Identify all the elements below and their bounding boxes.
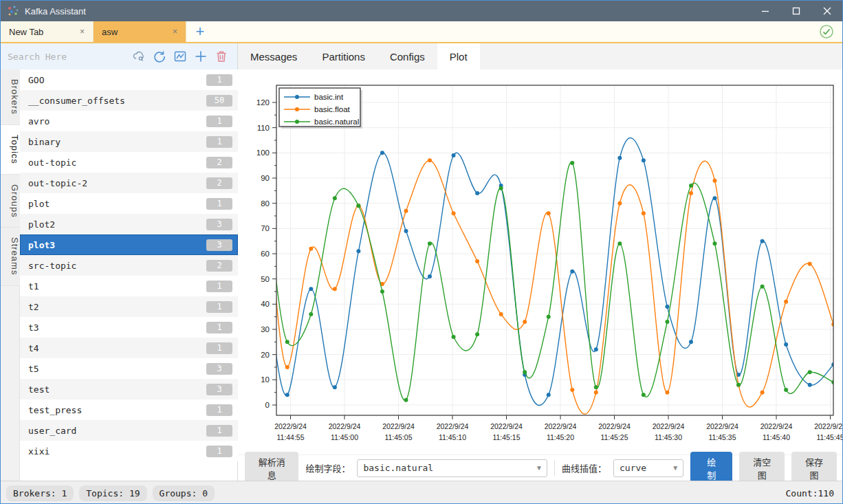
svg-text:2022/9/24: 2022/9/24 bbox=[437, 422, 469, 430]
toolbar-separator bbox=[554, 460, 555, 476]
sidebar-tab-brokers[interactable]: Brokers bbox=[1, 69, 20, 125]
chart-svg: 01020304050607080901001101202022/9/2411:… bbox=[238, 69, 843, 454]
svg-text:80: 80 bbox=[261, 199, 270, 208]
search-input[interactable] bbox=[8, 52, 124, 62]
topic-row-plot[interactable]: plot1 bbox=[20, 193, 238, 214]
svg-text:0: 0 bbox=[265, 401, 270, 409]
app-logo-icon bbox=[7, 5, 19, 17]
svg-text:2022/9/24: 2022/9/24 bbox=[706, 422, 738, 430]
minimize-button[interactable] bbox=[749, 1, 780, 21]
partition-count-badge: 2 bbox=[206, 177, 232, 189]
delete-icon[interactable] bbox=[215, 50, 228, 63]
partition-count-badge: 1 bbox=[206, 404, 232, 416]
topic-row-src-topic[interactable]: src-topic2 bbox=[20, 255, 238, 276]
topic-row-__consumer_offsets[interactable]: __consumer_offsets50 bbox=[20, 90, 238, 111]
topic-name: avro bbox=[28, 116, 50, 127]
plot-field-select[interactable]: basic.natural ▼ bbox=[357, 459, 547, 477]
tab-close-icon[interactable]: × bbox=[78, 27, 86, 36]
main-tabs: MessagesPartitionsConfigsPlot bbox=[238, 43, 843, 69]
main-tab-partitions[interactable]: Partitions bbox=[309, 43, 377, 69]
chart-legend: basic.intbasic.floatbasic.natural bbox=[279, 88, 362, 129]
svg-text:11:45:10: 11:45:10 bbox=[439, 433, 466, 441]
svg-text:11:45:30: 11:45:30 bbox=[655, 433, 682, 441]
partition-count-badge: 3 bbox=[206, 363, 232, 375]
topic-name: plot2 bbox=[28, 219, 55, 230]
partition-count-badge: 2 bbox=[206, 157, 232, 168]
tab-close-icon[interactable]: × bbox=[171, 27, 179, 36]
tab-asw[interactable]: asw × bbox=[94, 21, 186, 42]
save-plot-button[interactable]: 保存图 bbox=[791, 452, 837, 485]
topic-row-t4[interactable]: t41 bbox=[20, 338, 238, 358]
topic-name: src-topic bbox=[28, 261, 76, 271]
topic-row-test_press[interactable]: test_press1 bbox=[20, 399, 238, 420]
topic-row-plot2[interactable]: plot23 bbox=[20, 214, 238, 234]
sidebar-tab-topics[interactable]: Topics bbox=[1, 125, 20, 175]
message-count: Count:110 bbox=[786, 488, 834, 498]
partition-count-badge: 1 bbox=[206, 322, 232, 333]
topic-row-t3[interactable]: t31 bbox=[20, 317, 238, 338]
add-icon[interactable] bbox=[194, 50, 208, 63]
plot-field-value: basic.natural bbox=[363, 463, 433, 473]
parse-messages-button[interactable]: 解析消息 bbox=[245, 452, 298, 485]
partition-count-badge: 1 bbox=[206, 136, 232, 148]
topic-row-plot3[interactable]: plot33 bbox=[20, 234, 238, 255]
topic-row-GOO[interactable]: GOO1 bbox=[20, 69, 238, 90]
topic-name: plot3 bbox=[28, 240, 55, 250]
search-messages-icon[interactable] bbox=[132, 50, 146, 63]
topic-name: out-topic-2 bbox=[28, 178, 87, 188]
plot-chart: 01020304050607080901001101202022/9/2411:… bbox=[238, 69, 843, 454]
interpolation-select[interactable]: curve ▼ bbox=[613, 459, 683, 477]
topic-name: binary bbox=[28, 137, 61, 147]
new-tab-button[interactable]: + bbox=[186, 21, 214, 42]
topic-row-out-topic-2[interactable]: out-topic-22 bbox=[20, 173, 238, 193]
svg-text:2022/9/24: 2022/9/24 bbox=[329, 422, 361, 430]
svg-text:2022/9/24: 2022/9/24 bbox=[545, 422, 577, 430]
tab-label: New Tab bbox=[9, 27, 43, 37]
svg-text:2022/9/24: 2022/9/24 bbox=[814, 422, 843, 430]
svg-text:11:45:00: 11:45:00 bbox=[331, 433, 358, 441]
status-chip: Topics: 19 bbox=[79, 485, 146, 501]
close-button[interactable] bbox=[811, 1, 842, 21]
plot-image-icon[interactable] bbox=[173, 50, 187, 63]
topic-row-t5[interactable]: t53 bbox=[20, 358, 238, 379]
svg-text:2022/9/24: 2022/9/24 bbox=[760, 422, 793, 430]
topic-list: GOO1__consumer_offsets50avro1binary1out-… bbox=[20, 69, 238, 481]
svg-text:11:45:25: 11:45:25 bbox=[600, 433, 628, 441]
topic-row-test[interactable]: test3 bbox=[20, 379, 238, 399]
topic-name: t3 bbox=[28, 322, 39, 333]
topic-name: t5 bbox=[28, 364, 39, 374]
main-tab-configs[interactable]: Configs bbox=[377, 43, 437, 69]
topic-name: GOO bbox=[28, 75, 44, 85]
topic-row-t1[interactable]: t11 bbox=[20, 276, 238, 296]
svg-text:basic.int: basic.int bbox=[314, 93, 344, 101]
topic-row-t2[interactable]: t21 bbox=[20, 296, 238, 317]
svg-text:120: 120 bbox=[256, 98, 270, 107]
main-tab-messages[interactable]: Messages bbox=[238, 43, 309, 69]
status-bar: Brokers: 1Topics: 19Groups: 0Count:110 bbox=[1, 481, 842, 504]
main-panel: MessagesPartitionsConfigsPlot 0102030405… bbox=[238, 43, 843, 481]
topic-row-avro[interactable]: avro1 bbox=[20, 111, 238, 131]
draw-button[interactable]: 绘制 bbox=[690, 452, 732, 485]
app-window: Kafka Assistant New Tab × asw × + bbox=[0, 0, 843, 504]
partition-count-badge: 1 bbox=[206, 301, 232, 313]
maximize-button[interactable] bbox=[780, 1, 811, 21]
main-tab-plot[interactable]: Plot bbox=[437, 43, 480, 69]
tab-new-tab[interactable]: New Tab × bbox=[1, 21, 94, 42]
topic-row-xixi[interactable]: xixi1 bbox=[20, 441, 238, 461]
document-tab-bar: New Tab × asw × + bbox=[1, 21, 842, 43]
svg-text:30: 30 bbox=[261, 325, 270, 333]
sidebar-tab-streams[interactable]: Streams bbox=[1, 228, 20, 285]
clear-plot-button[interactable]: 清空图 bbox=[739, 452, 785, 485]
svg-text:11:45:15: 11:45:15 bbox=[492, 433, 520, 441]
topic-row-binary[interactable]: binary1 bbox=[20, 131, 238, 152]
sidebar: BrokersTopicsGroupsStreams GOO1__consume… bbox=[1, 43, 238, 481]
svg-text:60: 60 bbox=[261, 250, 270, 258]
refresh-icon[interactable] bbox=[153, 50, 166, 63]
topic-row-user_card[interactable]: user_card1 bbox=[20, 420, 238, 441]
topic-name: __consumer_offsets bbox=[28, 96, 125, 106]
topic-name: user_card bbox=[28, 426, 76, 436]
topic-row-out-topic[interactable]: out-topic2 bbox=[20, 152, 238, 173]
svg-text:11:45:20: 11:45:20 bbox=[547, 433, 574, 441]
partition-count-badge: 50 bbox=[206, 95, 232, 107]
sidebar-tab-groups[interactable]: Groups bbox=[1, 175, 20, 228]
